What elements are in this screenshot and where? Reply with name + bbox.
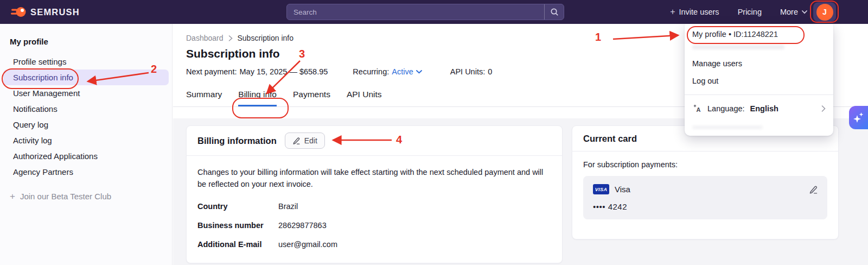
card-brand: Visa [615,185,630,194]
beta-tester-label: Join our Beta Tester Club [20,192,111,201]
next-payment-value: May 15, 2025 — $658.95 [240,67,328,76]
edit-button-label: Edit [304,136,317,145]
language-label: Language: [707,104,745,113]
next-payment: Next payment: May 15, 2025 — $658.95 [186,67,328,76]
current-card-panel: Current card For subscription payments: … [572,125,839,239]
menu-item-log-out[interactable]: Log out [685,72,833,90]
search-icon [550,8,559,16]
billing-details: Country Brazil Business number 286298778… [197,202,551,249]
billing-row-label: Additional E-mail [197,240,278,249]
billing-row-label: Business number [197,221,278,230]
sidebar-item-activity-log[interactable]: Activity log [3,132,169,148]
tab-billing-info[interactable]: Billing info [238,90,277,106]
current-card-subtitle: For subscription payments: [583,160,827,169]
api-units: API Units: 0 [450,67,493,76]
brand-name: SEMRUSH [30,7,80,17]
sidebar-item-query-log[interactable]: Query log [3,117,169,132]
chevron-right-icon [821,105,826,112]
tab-payments[interactable]: Payments [293,90,330,106]
breadcrumb-dashboard[interactable]: Dashboard [186,34,224,42]
profile-avatar-button[interactable]: J [813,2,836,22]
sidebar-item-profile-settings[interactable]: Profile settings [3,54,169,70]
svg-text:A: A [697,106,701,113]
more-menu[interactable]: More [780,8,807,16]
ai-assistant-button[interactable] [849,106,868,129]
search-input[interactable] [287,8,544,16]
sidebar-item-user-management[interactable]: User Management [3,85,169,101]
menu-item-language[interactable]: A Language: English [685,100,833,117]
invite-users-button[interactable]: + Invite users [670,8,719,16]
menu-item-my-profile[interactable]: My profile • ID:11248221 [685,24,833,43]
pricing-label: Pricing [738,8,762,16]
more-label: More [780,8,798,16]
tab-api-units[interactable]: API Units [347,90,382,106]
breadcrumb-current: Subscription info [238,34,294,42]
api-units-label: API Units: [450,67,485,76]
billing-row-value: 28629877863 [278,221,551,230]
recurring-status: Recurring: Active [353,67,422,76]
card-masked-number: •••• 4242 [593,202,818,211]
invite-users-label: Invite users [679,8,719,16]
sidebar-item-subscription-info[interactable]: Subscription info [3,70,169,85]
search-button[interactable] [544,4,564,20]
top-navbar: SEMRUSH + Invite users Pricing More [0,0,868,24]
recurring-dropdown[interactable]: Active [392,67,422,76]
recurring-label: Recurring: [353,67,389,76]
beta-tester-club-link[interactable]: + Join our Beta Tester Club [10,192,172,201]
billing-row-value: Brazil [278,202,551,211]
profile-sidebar: My profile Profile settings Subscription… [0,24,173,265]
billing-information-card: Billing information Edit Changes to your… [186,125,563,263]
next-payment-label: Next payment: [186,67,237,76]
sidebar-item-agency-partners[interactable]: Agency Partners [3,164,169,180]
plus-icon: + [670,8,675,16]
navbar-links: + Invite users Pricing More [670,0,807,24]
sparkle-icon [853,111,865,124]
language-value: English [750,104,778,113]
billing-row-value: user@gmail.com [278,240,551,249]
visa-badge-icon: VISA [593,184,609,194]
chevron-right-icon [228,35,233,41]
tab-summary[interactable]: Summary [186,90,222,106]
chevron-down-icon [802,10,807,14]
menu-divider [685,94,833,95]
translate-icon: A [692,104,702,113]
chevron-down-icon [416,70,422,74]
avatar: J [816,4,833,21]
billing-card-title: Billing information [197,136,277,146]
sidebar-item-authorized-applications[interactable]: Authorized Applications [3,148,169,164]
tab-content-area: Billing information Edit Changes to your… [173,118,868,265]
sidebar-title: My profile [10,37,172,46]
card-edit-pencil-icon[interactable] [809,185,818,194]
payment-method-box: VISA Visa •••• 4242 [583,176,827,219]
pencil-icon [292,137,301,145]
billing-edit-button[interactable]: Edit [285,132,325,149]
redacted-email-row [692,45,784,49]
api-units-value: 0 [488,67,492,76]
menu-item-manage-users[interactable]: Manage users [685,55,833,72]
recurring-value: Active [392,67,413,76]
semrush-logo[interactable]: SEMRUSH [11,0,80,24]
plus-icon: + [10,192,15,201]
profile-dropdown-menu: My profile • ID:11248221 Manage users Lo… [685,24,833,136]
sidebar-item-notifications[interactable]: Notifications [3,101,169,117]
billing-description: Changes to your billing information will… [197,166,550,190]
pricing-link[interactable]: Pricing [738,8,762,16]
current-card-title: Current card [583,134,637,144]
redacted-row [692,125,763,129]
billing-row-label: Country [197,202,278,211]
global-search [286,4,564,20]
semrush-flame-icon [11,6,26,18]
